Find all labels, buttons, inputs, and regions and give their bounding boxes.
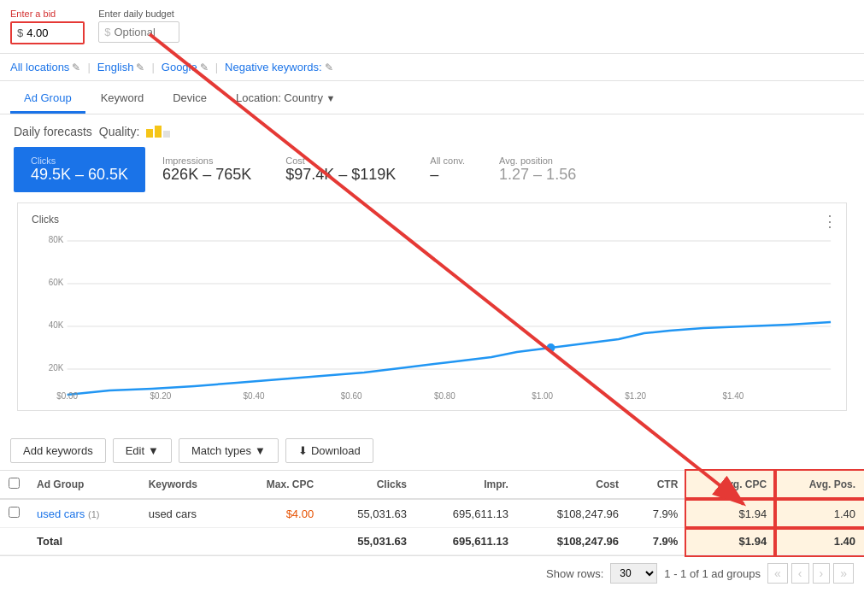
match-types-dropdown-icon: ▼ [255, 444, 266, 457]
select-all-checkbox[interactable] [9, 478, 20, 489]
tab-keyword[interactable]: Keyword [87, 85, 158, 114]
th-max-cpc: Max. CPC [232, 471, 322, 499]
row-checkbox[interactable] [9, 507, 20, 518]
th-cost: Cost [517, 471, 627, 499]
th-clicks: Clicks [322, 471, 415, 499]
prev-page-button[interactable]: ‹ [791, 563, 809, 584]
total-ctr-cell: 7.9% [627, 528, 686, 555]
total-label: Total [37, 535, 62, 548]
location-label: All locations [10, 61, 69, 73]
sep2: | [151, 61, 154, 73]
language-setting[interactable]: English ✎ [97, 61, 145, 73]
metric-avgposition-value: 1.27 – 1.56 [499, 166, 576, 184]
th-checkbox [0, 471, 28, 499]
add-keywords-button[interactable]: Add keywords [10, 438, 106, 463]
pagination-nav: « ‹ › » [767, 563, 854, 584]
add-keywords-label: Add keywords [23, 444, 93, 457]
tab-dropdown-icon: ▼ [326, 93, 336, 103]
chart-container: Clicks ⋮ 80K 60K 40K 20K [17, 202, 847, 411]
settings-bar: All locations ✎ | English ✎ | Google ✎ |… [0, 54, 864, 81]
per-page-select[interactable]: 30 50 100 [610, 563, 657, 584]
th-avg-cpc: Avg. CPC [686, 471, 775, 499]
language-label: English [97, 61, 134, 73]
metric-impressions-value: 626K – 765K [162, 166, 251, 184]
budget-currency: $ [104, 26, 110, 38]
th-adgroup: Ad Group [28, 471, 140, 499]
budget-input[interactable] [114, 26, 173, 38]
metric-clicks-value: 49.5K – 60.5K [31, 166, 128, 184]
quality-bar-3 [163, 131, 170, 138]
total-row: Total 55,031.63 695,611.13 $108,247.96 7… [0, 528, 864, 555]
footer-bar: Show rows: 30 50 100 1 - 1 of 1 ad group… [0, 555, 864, 590]
row-keywords-value: used cars [149, 507, 197, 520]
metric-impressions[interactable]: Impressions 626K – 765K [145, 147, 268, 192]
metric-avgposition[interactable]: Avg. position 1.27 – 1.56 [482, 147, 593, 192]
chart-svg: 80K 60K 40K 20K $0.00 $0.20 [25, 232, 839, 403]
total-clicks-cell: 55,031.63 [322, 528, 415, 555]
row-avg-cpc-value: $1.94 [739, 507, 767, 520]
total-ctr-value: 7.9% [653, 535, 679, 548]
row-ctr-value: 7.9% [653, 507, 679, 520]
row-max-cpc-cell: $4.00 [232, 499, 322, 528]
chart-menu-icon[interactable]: ⋮ [822, 212, 838, 231]
tab-device[interactable]: Device [159, 85, 220, 114]
data-table: Ad Group Keywords Max. CPC Clicks Impr. … [0, 471, 864, 555]
edit-label: Edit [126, 444, 144, 457]
match-types-button[interactable]: Match types ▼ [179, 438, 279, 463]
total-avg-pos-value: 1.40 [834, 535, 855, 548]
daily-forecasts-title: Daily forecasts [14, 125, 92, 138]
quality-bar-2 [155, 126, 162, 138]
sep3: | [215, 61, 218, 73]
th-avg-pos: Avg. Pos. [775, 471, 864, 499]
row-avg-pos-cell: 1.40 [775, 499, 864, 528]
tab-location-country[interactable]: Location: Country ▼ [222, 85, 349, 114]
network-setting[interactable]: Google ✎ [162, 61, 209, 73]
download-icon: ⬇ [298, 444, 308, 457]
row-impr-value: 695,611.13 [453, 507, 508, 520]
chart-title: Clicks [25, 214, 839, 226]
bid-label: Enter a bid [10, 9, 85, 19]
edit-dropdown-icon: ▼ [148, 444, 159, 457]
th-impr: Impr. [415, 471, 517, 499]
metric-cost[interactable]: Cost $97.4K – $119K [268, 147, 413, 192]
row-cost-cell: $108,247.96 [517, 499, 627, 528]
svg-text:$1.00: $1.00 [532, 391, 553, 401]
svg-text:$0.80: $0.80 [434, 391, 456, 401]
total-max-cpc-cell [232, 528, 322, 555]
tab-ad-group[interactable]: Ad Group [10, 85, 85, 114]
next-page-button[interactable]: › [813, 563, 831, 584]
row-impr-cell: 695,611.13 [415, 499, 517, 528]
first-page-button[interactable]: « [767, 563, 788, 584]
total-impr-value: 695,611.13 [453, 535, 508, 548]
row-ctr-cell: 7.9% [627, 499, 686, 528]
page-info: 1 - 1 of 1 ad groups [664, 567, 761, 580]
last-page-button[interactable]: » [833, 563, 854, 584]
total-label-cell: Total [28, 528, 140, 555]
adgroup-link[interactable]: used cars [37, 507, 85, 520]
location-edit-icon[interactable]: ✎ [72, 62, 80, 73]
bid-input[interactable] [26, 26, 78, 39]
th-keywords: Keywords [140, 471, 232, 499]
location-setting[interactable]: All locations ✎ [10, 61, 80, 73]
bid-input-wrap: $ [10, 21, 85, 44]
negative-keywords-label: Negative keywords: [225, 61, 321, 73]
total-avg-cpc-value: $1.94 [739, 535, 767, 548]
negative-keywords-setting[interactable]: Negative keywords: ✎ [225, 61, 332, 73]
download-button[interactable]: ⬇ Download [285, 438, 373, 463]
svg-text:$0.00: $0.00 [56, 391, 78, 401]
metric-allconv[interactable]: All conv. – [413, 147, 482, 192]
svg-point-8 [547, 343, 555, 352]
th-ctr: CTR [627, 471, 686, 499]
quality-bar-1 [146, 129, 153, 138]
metric-clicks[interactable]: Clicks 49.5K – 60.5K [14, 147, 145, 192]
total-clicks-value: 55,031.63 [357, 535, 407, 548]
total-avg-cpc-cell: $1.94 [686, 528, 775, 555]
metrics-row: Clicks 49.5K – 60.5K Impressions 626K – … [14, 147, 850, 192]
svg-text:20K: 20K [49, 363, 64, 373]
edit-button[interactable]: Edit ▼ [113, 438, 172, 463]
language-edit-icon[interactable]: ✎ [136, 62, 144, 73]
row-keywords-cell: used cars [140, 499, 232, 528]
network-edit-icon[interactable]: ✎ [200, 62, 209, 73]
row-avg-pos-value: 1.40 [834, 507, 855, 520]
negative-keywords-edit-icon[interactable]: ✎ [325, 62, 333, 73]
